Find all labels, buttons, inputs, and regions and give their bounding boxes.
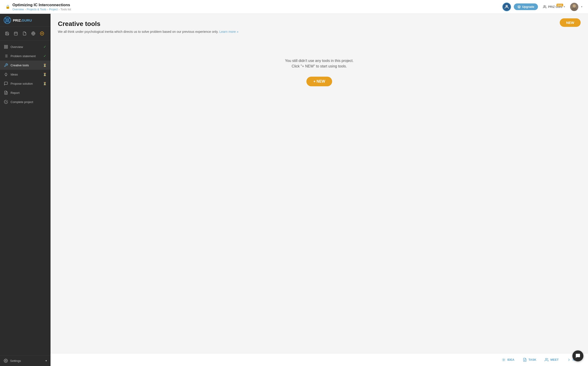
ideas-icon <box>4 72 8 77</box>
meet-label: MEET <box>550 358 559 361</box>
svg-line-41 <box>505 361 505 361</box>
breadcrumb-project[interactable]: Project <box>49 8 58 11</box>
upgrade-button[interactable]: Upgrade <box>514 3 538 10</box>
priz-guru-button[interactable]: PRIZ Guru team ▾ <box>541 4 567 10</box>
svg-rect-25 <box>7 47 8 48</box>
sidebar-nav: Overview ✓ Problem statement ✓ Creative … <box>0 40 51 355</box>
svg-point-36 <box>5 360 7 361</box>
svg-point-8 <box>7 20 8 21</box>
calendar-icon[interactable] <box>12 30 19 37</box>
breadcrumb-projects[interactable]: Projects & Tools <box>27 8 47 11</box>
svg-point-4 <box>572 4 576 8</box>
team-badge: team <box>557 4 563 7</box>
overview-status: ✓ <box>43 45 47 49</box>
document-icon[interactable] <box>21 30 28 37</box>
propose-icon <box>4 81 8 86</box>
svg-rect-13 <box>14 32 17 35</box>
add-icon[interactable] <box>39 30 46 37</box>
sidebar: PRIZ.GURU <box>0 14 51 366</box>
breadcrumb-sep3: › <box>59 8 60 11</box>
sidebar-item-complete[interactable]: Complete project <box>0 97 51 107</box>
lock-icon: 🔒 <box>6 5 10 9</box>
save-icon[interactable] <box>4 30 11 37</box>
empty-text-2: Click "+ NEW" to start using tools. <box>292 64 347 68</box>
new-center-label: + NEW <box>313 79 325 84</box>
empty-state: You still didn't use any tools in this p… <box>58 40 581 105</box>
svg-point-2 <box>544 6 545 7</box>
learn-more-link[interactable]: Learn more » <box>219 30 238 33</box>
sidebar-settings[interactable]: Settings ▾ <box>0 355 51 366</box>
settings-chevron-icon: ▾ <box>46 359 47 362</box>
page-subtitle: We all think under psychological inertia… <box>58 30 238 33</box>
task-label: TASK <box>528 358 536 361</box>
settings-label-group: Settings <box>4 359 21 363</box>
breadcrumb-home[interactable]: Overview <box>12 8 24 11</box>
sidebar-item-propose[interactable]: Propose solution ⏳ <box>0 79 51 88</box>
task-button[interactable]: TASK <box>523 358 536 362</box>
ideas-status: ⏳ <box>43 72 47 76</box>
svg-point-10 <box>9 18 10 19</box>
overview-label: Overview <box>11 45 40 49</box>
new-button-center[interactable]: + NEW <box>306 77 332 86</box>
problem-icon <box>4 54 8 58</box>
svg-point-9 <box>5 18 6 19</box>
meet-button[interactable]: MEET <box>545 358 559 362</box>
svg-rect-22 <box>4 45 6 46</box>
header-title-group: Optimizing IC Interconnections Overview … <box>12 3 71 11</box>
svg-line-40 <box>502 358 502 359</box>
breadcrumb-sep1: › <box>25 8 26 11</box>
header-left: 🔒 Optimizing IC Interconnections Overvie… <box>6 3 71 11</box>
svg-point-12 <box>9 22 10 23</box>
upgrade-label: Upgrade <box>522 5 534 8</box>
bot-avatar[interactable] <box>502 2 511 11</box>
svg-point-48 <box>546 358 547 359</box>
sidebar-item-ideas[interactable]: Ideas ⏳ <box>0 70 51 79</box>
new-button-top[interactable]: NEW <box>560 18 581 27</box>
sidebar-top-icons <box>0 27 51 40</box>
chevron-icon: ▾ <box>564 5 565 8</box>
content-inner: Creative tools We all think under psycho… <box>51 14 588 353</box>
creative-tools-icon <box>4 63 8 68</box>
creative-tools-status: ⏳ <box>43 63 47 67</box>
svg-rect-24 <box>4 47 6 48</box>
ideas-label: Ideas <box>11 73 40 76</box>
problem-label: Problem statement <box>11 54 40 58</box>
svg-line-44 <box>502 361 502 361</box>
logo-text: PRIZ.GURU <box>13 18 32 22</box>
svg-point-11 <box>5 22 6 23</box>
breadcrumb: Overview › Projects & Tools › Project › … <box>12 8 71 11</box>
sidebar-item-overview[interactable]: Overview ✓ <box>0 42 51 51</box>
idea-button[interactable]: IDEA <box>502 358 515 362</box>
svg-point-37 <box>503 359 504 360</box>
settings-text: Settings <box>10 359 21 363</box>
header: 🔒 Optimizing IC Interconnections Overvie… <box>0 0 588 14</box>
propose-status: ⏳ <box>43 82 47 86</box>
title-subtitle: Creative tools We all think under psycho… <box>58 20 238 40</box>
report-status <box>43 91 47 95</box>
svg-rect-23 <box>7 45 8 46</box>
report-label: Report <box>11 91 40 95</box>
globe-icon[interactable] <box>30 30 37 37</box>
sidebar-item-problem[interactable]: Problem statement ✓ <box>0 51 51 61</box>
propose-label: Propose solution <box>11 82 40 85</box>
user-avatar[interactable] <box>570 3 578 11</box>
complete-status <box>43 100 47 104</box>
page-title: Creative tools <box>58 20 238 28</box>
svg-line-45 <box>505 358 505 359</box>
problem-status: ✓ <box>43 54 47 58</box>
sidebar-item-report[interactable]: Report <box>0 88 51 97</box>
sidebar-item-creative-tools[interactable]: Creative tools ⏳ <box>0 61 51 70</box>
creative-tools-label: Creative tools <box>11 64 40 67</box>
breadcrumb-sep2: › <box>47 8 48 11</box>
overview-icon <box>4 45 8 49</box>
complete-icon <box>4 99 8 104</box>
bottom-bar: IDEA TASK MEET NEXT <box>51 353 588 366</box>
chat-fab[interactable] <box>572 351 583 361</box>
content-area: Creative tools We all think under psycho… <box>51 14 588 366</box>
project-title: Optimizing IC Interconnections <box>12 3 71 7</box>
logo-area: PRIZ.GURU <box>0 14 51 27</box>
empty-text-1: You still didn't use any tools in this p… <box>285 59 354 63</box>
svg-point-1 <box>506 6 507 7</box>
main-layout: PRIZ.GURU <box>0 14 588 366</box>
user-chevron-icon: ▾ <box>581 5 582 8</box>
